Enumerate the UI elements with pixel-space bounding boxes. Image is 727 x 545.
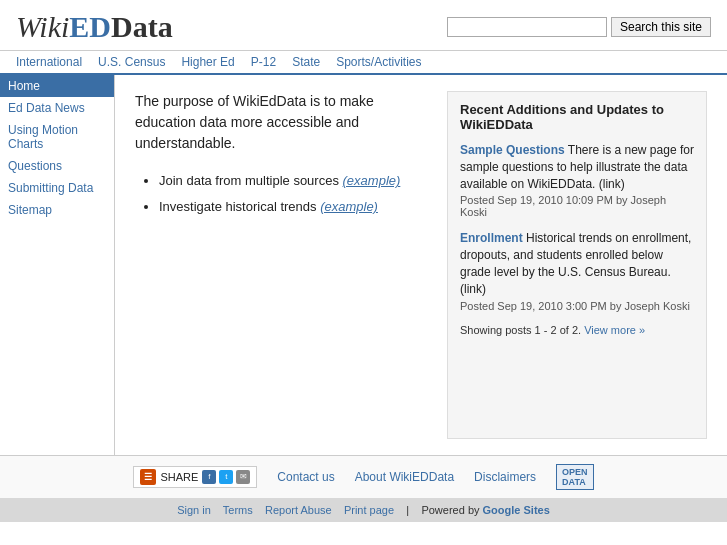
- terms-link[interactable]: Terms: [223, 504, 253, 516]
- news-item: Sample Questions There is a new page for…: [460, 142, 694, 218]
- showing-label: Showing posts: [460, 324, 535, 336]
- facebook-icon[interactable]: f: [202, 470, 216, 484]
- sidebar-item-ed-data-news[interactable]: Ed Data News: [0, 97, 114, 119]
- sidebar-item-submitting-data[interactable]: Submitting Data: [0, 177, 114, 199]
- footer-bar: ☰ SHARE f t ✉ Contact us About WikiEDDat…: [0, 455, 727, 498]
- view-more-link[interactable]: View more »: [584, 324, 645, 336]
- search-input[interactable]: [447, 17, 607, 37]
- logo-ed: ED: [69, 10, 111, 43]
- intro-text: The purpose of WikiEdData is to make edu…: [135, 91, 427, 154]
- bottom-footer: Sign in Terms Report Abuse Print page | …: [0, 498, 727, 522]
- email-icon[interactable]: ✉: [236, 470, 250, 484]
- bullet-example-link[interactable]: (example): [320, 199, 378, 214]
- nav-item-sports-activities[interactable]: Sports/Activities: [336, 55, 421, 69]
- sidebar: HomeEd Data NewsUsing Motion ChartsQuest…: [0, 75, 115, 455]
- social-icons: f t ✉: [202, 470, 250, 484]
- news-meta: Posted Sep 19, 2010 3:00 PM by Joseph Ko…: [460, 300, 694, 312]
- logo-data: Data: [111, 10, 173, 43]
- news-item: Enrollment Historical trends on enrollme…: [460, 230, 694, 311]
- report-abuse-link[interactable]: Report Abuse: [265, 504, 332, 516]
- bullet-example-link[interactable]: (example): [343, 173, 401, 188]
- nav-item-state[interactable]: State: [292, 55, 320, 69]
- sidebar-item-home[interactable]: Home: [0, 75, 114, 97]
- search-area: Search this site: [447, 17, 711, 37]
- news-title-line: Enrollment Historical trends on enrollme…: [460, 230, 694, 297]
- news-title-link[interactable]: Enrollment: [460, 231, 523, 245]
- share-label: SHARE: [160, 471, 198, 483]
- showing-range: 1 - 2: [535, 324, 557, 336]
- content-area: The purpose of WikiEdData is to make edu…: [115, 75, 727, 455]
- main-content: The purpose of WikiEdData is to make edu…: [135, 91, 427, 439]
- recent-additions: Recent Additions and Updates to WikiEDDa…: [447, 91, 707, 439]
- news-meta: Posted Sep 19, 2010 10:09 PM by Joseph K…: [460, 194, 694, 218]
- bullet-item: Investigate historical trends (example): [159, 194, 427, 220]
- twitter-icon[interactable]: t: [219, 470, 233, 484]
- logo-wiki: Wiki: [16, 10, 69, 43]
- search-button[interactable]: Search this site: [611, 17, 711, 37]
- nav-item-p-12[interactable]: P-12: [251, 55, 276, 69]
- disclaimer-link[interactable]: Disclaimers: [474, 470, 536, 484]
- sidebar-item-using-motion-charts[interactable]: Using Motion Charts: [0, 119, 114, 155]
- nav-item-higher-ed[interactable]: Higher Ed: [181, 55, 234, 69]
- sign-in-link[interactable]: Sign in: [177, 504, 211, 516]
- bullet-list: Join data from multiple sources (example…: [159, 168, 427, 220]
- header: WikiEDData Search this site: [0, 0, 727, 51]
- showing-of: of 2.: [557, 324, 585, 336]
- bullet-item: Join data from multiple sources (example…: [159, 168, 427, 194]
- nav-item-u-s--census[interactable]: U.S. Census: [98, 55, 165, 69]
- contact-link[interactable]: Contact us: [277, 470, 334, 484]
- sidebar-item-sitemap[interactable]: Sitemap: [0, 199, 114, 221]
- share-box: ☰ SHARE f t ✉: [133, 466, 257, 488]
- news-items-container: Sample Questions There is a new page for…: [460, 142, 694, 312]
- news-title-line: Sample Questions There is a new page for…: [460, 142, 694, 192]
- news-title-link[interactable]: Sample Questions: [460, 143, 565, 157]
- print-page-link[interactable]: Print page: [344, 504, 394, 516]
- navbar: InternationalU.S. CensusHigher EdP-12Sta…: [0, 51, 727, 75]
- recent-heading: Recent Additions and Updates to WikiEDDa…: [460, 102, 694, 132]
- powered-text: Powered by: [421, 504, 482, 516]
- share-icon: ☰: [140, 469, 156, 485]
- main-layout: HomeEd Data NewsUsing Motion ChartsQuest…: [0, 75, 727, 455]
- sidebar-item-questions[interactable]: Questions: [0, 155, 114, 177]
- google-sites-link[interactable]: Google Sites: [483, 504, 550, 516]
- separator: |: [406, 504, 409, 516]
- news-showing: Showing posts 1 - 2 of 2. View more »: [460, 324, 694, 336]
- site-logo: WikiEDData: [16, 10, 173, 44]
- about-link[interactable]: About WikiEDData: [355, 470, 454, 484]
- open-data-badge: OPENDATA: [556, 464, 594, 490]
- nav-item-international[interactable]: International: [16, 55, 82, 69]
